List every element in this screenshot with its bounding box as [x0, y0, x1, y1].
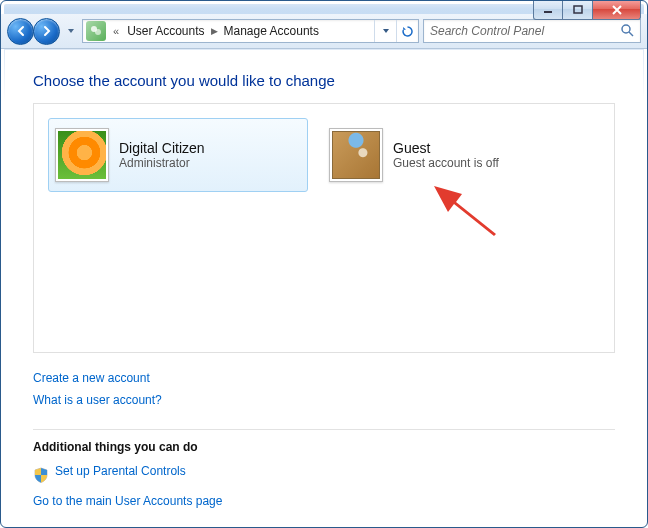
- account-tile-digital-citizen[interactable]: Digital Citizen Administrator: [48, 118, 308, 192]
- svg-point-3: [95, 29, 101, 35]
- account-name: Guest: [393, 140, 499, 156]
- account-subtitle: Guest account is off: [393, 156, 499, 170]
- svg-line-5: [629, 32, 633, 36]
- avatar: [329, 128, 383, 182]
- address-bar[interactable]: « User Accounts ▶ Manage Accounts: [82, 19, 419, 43]
- svg-rect-1: [574, 6, 582, 13]
- links-section: Create a new account What is a user acco…: [33, 371, 615, 516]
- link-main-user-accounts[interactable]: Go to the main User Accounts page: [33, 494, 222, 508]
- refresh-button[interactable]: [396, 20, 418, 42]
- user-accounts-icon: [86, 21, 106, 41]
- back-button[interactable]: [7, 18, 34, 45]
- account-name: Digital Citizen: [119, 140, 205, 156]
- search-input[interactable]: Search Control Panel: [423, 19, 641, 43]
- search-icon[interactable]: [620, 23, 634, 40]
- svg-rect-0: [544, 11, 552, 13]
- avatar: [55, 128, 109, 182]
- additional-heading: Additional things you can do: [33, 440, 615, 454]
- close-button[interactable]: [593, 0, 641, 20]
- minimize-button[interactable]: [533, 0, 563, 20]
- address-dropdown-button[interactable]: [374, 20, 396, 42]
- link-create-account[interactable]: Create a new account: [33, 371, 150, 385]
- forward-button[interactable]: [33, 18, 60, 45]
- breadcrumb-manage-accounts[interactable]: Manage Accounts: [220, 20, 323, 42]
- account-subtitle: Administrator: [119, 156, 205, 170]
- window-titlebar: [1, 1, 647, 14]
- svg-point-4: [622, 25, 630, 33]
- shield-icon: [33, 467, 49, 483]
- divider: [33, 429, 615, 430]
- account-tile-guest[interactable]: Guest Guest account is off: [322, 118, 582, 192]
- content-area: Choose the account you would like to cha…: [5, 50, 643, 523]
- recent-pages-dropdown[interactable]: [64, 21, 78, 41]
- annotation-arrow-icon: [434, 186, 504, 250]
- search-placeholder: Search Control Panel: [430, 24, 544, 38]
- breadcrumb-separator-icon: ▶: [209, 26, 220, 36]
- breadcrumb-user-accounts[interactable]: User Accounts: [123, 20, 208, 42]
- maximize-button[interactable]: [563, 0, 593, 20]
- control-panel-window: « User Accounts ▶ Manage Accounts Search…: [0, 0, 648, 528]
- account-text: Guest Guest account is off: [393, 140, 499, 170]
- account-text: Digital Citizen Administrator: [119, 140, 205, 170]
- page-heading: Choose the account you would like to cha…: [33, 72, 615, 89]
- nav-arrows: [7, 18, 60, 45]
- link-parental-controls[interactable]: Set up Parental Controls: [55, 464, 186, 478]
- link-what-is-account[interactable]: What is a user account?: [33, 393, 162, 407]
- accounts-list: Digital Citizen Administrator Guest Gues…: [33, 103, 615, 353]
- breadcrumb-root-chevron[interactable]: «: [109, 25, 123, 37]
